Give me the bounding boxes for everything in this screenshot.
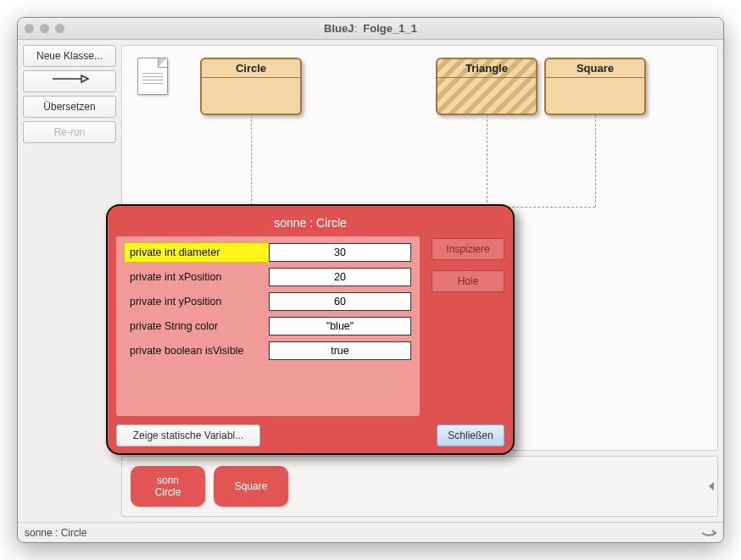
bench-object-circle[interactable]: sonn Circle <box>131 466 205 507</box>
bench-object-type: Square <box>235 480 268 492</box>
window-title: BlueJ: Folge_1_1 <box>18 22 723 35</box>
close-inspector-button[interactable]: Schließen <box>437 424 504 446</box>
uses-line <box>251 115 252 213</box>
bench-object-name: sonn <box>157 474 179 486</box>
resize-grip-icon[interactable] <box>701 527 716 539</box>
arrow-tool-button[interactable] <box>23 70 116 92</box>
inspector-field-row[interactable]: private int diameter 30 <box>125 243 411 262</box>
get-button[interactable]: Hole <box>432 270 504 292</box>
field-label: private int diameter <box>125 243 269 262</box>
field-label: private boolean isVisible <box>125 341 269 360</box>
status-text: sonne : Circle <box>25 527 86 539</box>
readme-icon[interactable] <box>137 58 168 95</box>
inspector-title: sonne : Circle <box>116 211 504 236</box>
inspector-side-buttons: Inspiziere Hole <box>432 236 504 416</box>
rerun-button: Re-run <box>23 121 116 143</box>
inspector-field-row[interactable]: private boolean isVisible true <box>125 341 411 360</box>
class-circle[interactable]: Circle <box>200 58 302 115</box>
sidebar: Neue Klasse... Übersetzen Re-run <box>23 45 116 517</box>
bench-object-type: Circle <box>155 486 181 498</box>
show-static-vars-button[interactable]: Zeige statische Variabl... <box>116 424 260 446</box>
field-value[interactable]: 60 <box>269 292 411 311</box>
class-triangle[interactable]: Triangle <box>436 58 538 115</box>
inspector-field-row[interactable]: private int yPosition 60 <box>125 292 411 311</box>
uses-line <box>595 115 596 207</box>
field-value[interactable]: 30 <box>269 243 411 262</box>
class-label: Circle <box>202 59 300 78</box>
bench-object-square[interactable]: Square <box>214 466 288 507</box>
compile-button[interactable]: Übersetzen <box>23 96 116 118</box>
new-class-button[interactable]: Neue Klasse... <box>23 45 116 67</box>
bench-scroll-icon[interactable] <box>709 482 714 491</box>
field-value[interactable]: "blue" <box>269 317 411 335</box>
titlebar[interactable]: BlueJ: Folge_1_1 <box>18 18 723 40</box>
inspector-field-list: private int diameter 30 private int xPos… <box>116 236 420 416</box>
uses-line <box>487 115 488 207</box>
field-label: private int xPosition <box>125 268 269 286</box>
object-bench[interactable]: sonn Circle Square <box>121 456 718 517</box>
inspector-field-row[interactable]: private String color "blue" <box>125 317 411 335</box>
class-square[interactable]: Square <box>544 58 646 115</box>
inspect-button[interactable]: Inspiziere <box>432 238 504 260</box>
field-label: private String color <box>125 317 269 335</box>
svg-marker-1 <box>81 75 88 82</box>
object-inspector-dialog[interactable]: sonne : Circle private int diameter 30 p… <box>106 204 515 455</box>
field-value[interactable]: true <box>269 341 411 360</box>
inspector-field-row[interactable]: private int xPosition 20 <box>125 268 411 286</box>
statusbar: sonne : Circle <box>18 522 723 542</box>
field-value[interactable]: 20 <box>269 268 411 286</box>
dependency-arrow-icon <box>49 73 90 85</box>
class-label: Square <box>546 59 644 78</box>
app-window: BlueJ: Folge_1_1 Neue Klasse... Übersetz… <box>17 17 724 543</box>
field-label: private int yPosition <box>125 292 269 311</box>
class-label: Triangle <box>437 59 536 78</box>
